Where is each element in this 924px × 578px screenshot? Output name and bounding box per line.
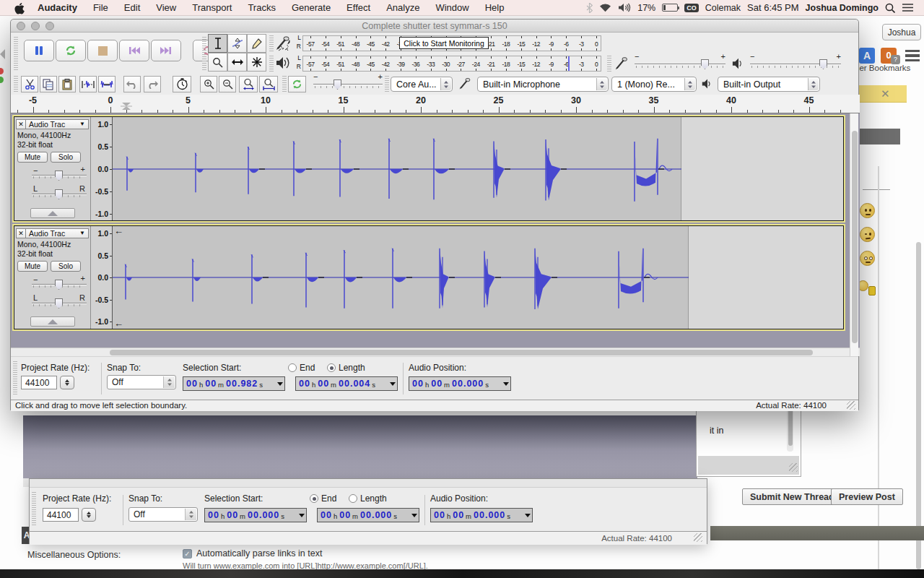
forum-textarea-image[interactable]: [23, 415, 697, 478]
playback-meter[interactable]: -57-54-51-48-45-42-39-36-33-30-27-24-21-…: [302, 56, 601, 72]
envelope-tool[interactable]: [227, 34, 247, 53]
other-bookmarks-label[interactable]: her Bookmarks: [855, 64, 910, 72]
zoom-out-button[interactable]: [219, 76, 236, 92]
play-meter-icon[interactable]: L R: [275, 56, 294, 72]
rate-stepper[interactable]: [82, 508, 96, 522]
track-collapse-button[interactable]: [30, 316, 75, 327]
menu-item-file[interactable]: File: [85, 2, 116, 13]
audio-track-2[interactable]: ✕ Audio Trac▼ Mono, 44100Hz32-bit float …: [14, 225, 844, 329]
zoom-tool[interactable]: [208, 53, 227, 72]
audio-track-1[interactable]: ✕ Audio Trac▼ Mono, 44100Hz32-bit float …: [14, 116, 844, 221]
hamburger-icon[interactable]: [905, 50, 920, 61]
horizontal-scrollbar[interactable]: [11, 348, 860, 356]
menu-item-tracks[interactable]: Tracks: [240, 2, 284, 13]
menu-item-generate[interactable]: Generate: [284, 2, 339, 13]
project-rate-input[interactable]: 44100: [43, 508, 79, 522]
record-meter-icon[interactable]: L R: [275, 35, 294, 51]
silence-button[interactable]: [98, 76, 116, 92]
selection-tool[interactable]: [208, 34, 227, 53]
play-at-speed-button[interactable]: [288, 76, 306, 92]
browser-traffic-green[interactable]: [0, 77, 4, 83]
end-radio[interactable]: End: [310, 493, 336, 504]
menu-item-effect[interactable]: Effect: [339, 2, 378, 13]
input-device-select[interactable]: Built-in Microphone: [477, 77, 609, 92]
bluetooth-icon[interactable]: [586, 3, 593, 13]
audio-position-field[interactable]: 00h00m00.000s: [430, 508, 533, 522]
close-icon[interactable]: ✕: [881, 87, 890, 100]
wifi-icon[interactable]: [599, 3, 611, 12]
length-radio[interactable]: Length: [327, 363, 365, 373]
copy-button[interactable]: [40, 76, 57, 92]
submit-new-thread-button[interactable]: Submit New Thread: [742, 488, 842, 505]
play-speed-slider[interactable]: −+: [313, 77, 383, 90]
track-name-menu[interactable]: Audio Trac▼: [26, 228, 89, 238]
timeline-ruler[interactable]: -5051015202530354045: [11, 95, 860, 113]
zoom-in-button[interactable]: [200, 76, 217, 92]
snap-select[interactable]: Off: [128, 507, 198, 522]
snap-select[interactable]: Off: [107, 375, 176, 389]
parse-links-checkbox[interactable]: ✓: [183, 549, 192, 558]
fit-project-button[interactable]: [259, 76, 278, 92]
pan-slider[interactable]: LR: [32, 188, 87, 199]
menu-item-view[interactable]: View: [148, 2, 184, 13]
playhead-pin-icon[interactable]: [121, 100, 132, 113]
pause-button[interactable]: [24, 40, 54, 61]
gain-slider[interactable]: −+: [32, 169, 87, 181]
spotlight-icon[interactable]: [885, 3, 895, 13]
apple-icon[interactable]: [14, 3, 25, 13]
resize-grip-icon[interactable]: [789, 463, 798, 472]
undo-button[interactable]: [123, 76, 141, 92]
browser-traffic-red[interactable]: [0, 68, 4, 74]
audio-host-select[interactable]: Core Au...: [391, 77, 453, 92]
output-device-select[interactable]: Built-in Output: [718, 77, 820, 92]
bookmark-joshua[interactable]: Joshua: [882, 24, 921, 40]
banana-icon[interactable]: [868, 286, 876, 296]
volume-icon[interactable]: [618, 3, 631, 12]
smiley-sealed-icon[interactable]: [860, 251, 875, 266]
notification-list-icon[interactable]: [902, 3, 914, 12]
title-bar[interactable]: Complete shutter test symmar-s 150: [11, 20, 858, 33]
track-close-button[interactable]: ✕: [16, 119, 26, 129]
playback-volume-slider[interactable]: −+: [750, 57, 841, 70]
waveform-area[interactable]: [113, 117, 843, 220]
menu-user[interactable]: Joshua Domingo: [806, 3, 879, 13]
translate-icon[interactable]: A: [859, 48, 875, 64]
smiley-wink-icon[interactable]: [860, 227, 875, 242]
track-collapse-button[interactable]: [30, 208, 75, 218]
fast-forward-button[interactable]: [151, 40, 181, 61]
vscroll-thumb[interactable]: [852, 131, 858, 343]
paste-button[interactable]: [58, 76, 76, 92]
multi-tool[interactable]: [247, 53, 266, 72]
cut-button[interactable]: [21, 76, 38, 92]
timeshift-tool[interactable]: [227, 53, 247, 72]
track-name-menu[interactable]: Audio Trac▼: [26, 119, 89, 129]
menu-clock[interactable]: Sat 6:45 PM: [747, 2, 799, 13]
preview-post-button[interactable]: Preview Post: [831, 488, 903, 505]
selection-start-field[interactable]: 00h00m00.000s: [204, 508, 307, 522]
length-radio[interactable]: Length: [349, 493, 387, 504]
resize-grip-icon[interactable]: [694, 533, 702, 542]
menu-item-help[interactable]: Help: [477, 2, 513, 13]
redo-button[interactable]: [144, 76, 161, 92]
input-channels-select[interactable]: 1 (Mono) Re...: [611, 77, 697, 92]
draw-tool[interactable]: [247, 34, 266, 53]
keyboard-badge[interactable]: CO: [684, 4, 699, 12]
menu-item-window[interactable]: Window: [427, 2, 476, 13]
vertical-scrollbar[interactable]: [850, 113, 858, 356]
selection-length-field[interactable]: 00h00m00.004s: [295, 376, 398, 391]
rewind-button[interactable]: [119, 40, 149, 61]
solo-button[interactable]: Solo: [51, 261, 81, 272]
audio-position-field[interactable]: 00h00m00.000s: [409, 376, 511, 391]
recording-volume-slider[interactable]: −+: [635, 57, 725, 70]
rate-stepper[interactable]: [60, 376, 74, 389]
menu-item-edit[interactable]: Edit: [116, 2, 148, 13]
selection-end-field[interactable]: 00h00m00.000s: [317, 508, 419, 522]
resize-grip-icon[interactable]: [847, 401, 855, 410]
mute-button[interactable]: Mute: [17, 152, 48, 163]
waveform-area[interactable]: ← ←: [113, 226, 843, 329]
smiley-neutral-icon[interactable]: [860, 203, 875, 218]
timer-button[interactable]: [173, 76, 191, 92]
pan-slider[interactable]: LR: [32, 297, 87, 309]
trim-button[interactable]: [79, 76, 97, 92]
keyboard-name[interactable]: Colemak: [705, 3, 741, 13]
